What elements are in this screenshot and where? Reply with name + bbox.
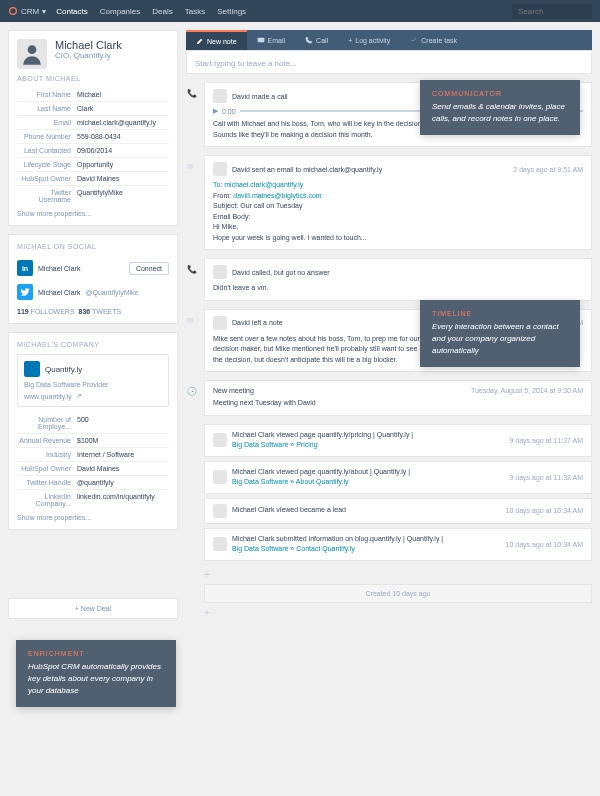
contact-title: CIO, Quantify.ly [55, 51, 122, 60]
svg-point-0 [10, 8, 17, 15]
callout-timeline: TIMELINE Every interaction between a con… [420, 300, 580, 367]
about-label: ABOUT MICHAEL [17, 75, 169, 82]
svg-point-1 [28, 45, 37, 54]
plus-icon: + [348, 37, 352, 44]
contact-name: Michael Clark [55, 39, 122, 51]
company-logo [24, 361, 40, 377]
sprocket-icon [8, 6, 18, 16]
new-deal-button[interactable]: + New Deal [8, 598, 178, 619]
tab-call[interactable]: Call [295, 30, 338, 50]
contact-avatar [17, 39, 47, 69]
nav-companies[interactable]: Companies [100, 7, 140, 16]
property-row: IndustryInternet / Software [17, 448, 169, 462]
timeline-type-icon: ✉ [187, 162, 197, 172]
timeline-item[interactable]: 🕓New meetingTuesday, August 5, 2014 at 9… [204, 380, 592, 416]
plus-row[interactable]: + [204, 565, 592, 584]
plus-row[interactable]: + [204, 603, 592, 622]
property-row: HubSpot OwnerDavid Maines [17, 172, 169, 186]
show-more-company[interactable]: Show more properties... [17, 514, 169, 521]
pencil-icon [196, 37, 204, 45]
connect-button[interactable]: Connect [129, 262, 169, 275]
contact-card: Michael Clark CIO, Quantify.ly ABOUT MIC… [8, 30, 178, 226]
property-row: Twitter Handle@quantifyly [17, 476, 169, 490]
property-row: Annual Revenue$100M [17, 434, 169, 448]
show-more-contact[interactable]: Show more properties... [17, 210, 169, 217]
timeline-view-item[interactable]: Michael Clark viewed page quantify.ly/ab… [204, 461, 592, 494]
timeline-item[interactable]: 📞David called, but got no answerDidn't l… [204, 258, 592, 301]
property-row: Lifecycle StageOpportunity [17, 158, 169, 172]
check-icon [410, 36, 418, 44]
note-input[interactable]: Start typing to leave a note... [186, 50, 592, 74]
social-stats: 119 FOLLOWERS 836 TWEETS [17, 308, 169, 315]
linkedin-icon: in [17, 260, 33, 276]
property-row: Number of Employe...500 [17, 413, 169, 434]
created-marker: Created 10 days ago [204, 584, 592, 603]
tab-log[interactable]: +Log activity [338, 30, 400, 50]
company-label: MICHAEL'S COMPANY [17, 341, 169, 348]
timeline-view-item[interactable]: Michael Clark viewed became a lead10 day… [204, 498, 592, 524]
activity-tabs: New note Email Call +Log activity Create… [186, 30, 592, 50]
property-row: First NameMichael [17, 88, 169, 102]
search-input[interactable] [512, 4, 592, 19]
top-nav: CRM▾ Contacts Companies Deals Tasks Sett… [0, 0, 600, 22]
timeline-type-icon: 🕓 [187, 387, 197, 397]
timeline-view-item[interactable]: Michael Clark submitted information on b… [204, 528, 592, 561]
social-card: MICHAEL ON SOCIAL in Michael Clark Conne… [8, 234, 178, 324]
external-link-icon: ↗ [76, 392, 82, 400]
social-label: MICHAEL ON SOCIAL [17, 243, 169, 250]
company-name: Quantify.ly [45, 365, 82, 374]
company-card: MICHAEL'S COMPANY Quantify.ly Big Data S… [8, 332, 178, 530]
company-sub: Big Data Software Provider [24, 381, 162, 388]
property-row: Last NameClark [17, 102, 169, 116]
property-row: HubSpot OwnerDavid Maines [17, 462, 169, 476]
property-row: Phone Number559-088-0434 [17, 130, 169, 144]
timeline-type-icon: 📞 [187, 265, 197, 275]
linkedin-row[interactable]: in Michael Clark Connect [17, 256, 169, 280]
brand[interactable]: CRM▾ [8, 6, 46, 16]
nav-deals[interactable]: Deals [152, 7, 172, 16]
nav-settings[interactable]: Settings [217, 7, 246, 16]
twitter-icon [17, 284, 33, 300]
timeline-item[interactable]: ✉David sent an email to michael.clark@qu… [204, 155, 592, 250]
timeline-type-icon: ✉ [187, 316, 197, 326]
property-row: LinkedIn Company...linkedin.com/in/quant… [17, 490, 169, 510]
company-url[interactable]: www.quantify.ly↗ [24, 392, 162, 400]
twitter-row[interactable]: Michael Clark @QuantifylyMike [17, 280, 169, 304]
phone-icon [305, 36, 313, 44]
svg-rect-2 [257, 38, 264, 43]
timeline-view-item[interactable]: Michael Clark viewed page quantify.ly/pr… [204, 424, 592, 457]
tab-task[interactable]: Create task [400, 30, 467, 50]
tab-new-note[interactable]: New note [186, 30, 247, 50]
timeline-type-icon: 📞 [187, 89, 197, 99]
envelope-icon [257, 36, 265, 44]
property-row: Emailmichael.clark@quantify.ly [17, 116, 169, 130]
property-row: Last Contacted09/06/2014 [17, 144, 169, 158]
nav-tasks[interactable]: Tasks [185, 7, 205, 16]
nav-contacts[interactable]: Contacts [56, 7, 88, 16]
callout-communicator: COMMUNICATOR Send emails & calendar invi… [420, 80, 580, 135]
property-row: Twitter UsernameQuantifylyMike [17, 186, 169, 206]
tab-email[interactable]: Email [247, 30, 296, 50]
